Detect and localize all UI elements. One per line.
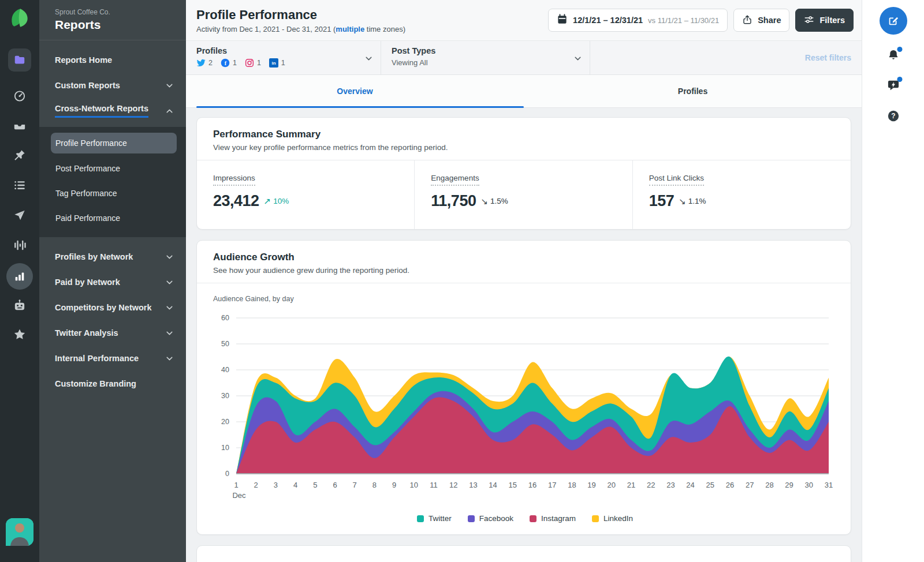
sidebar-item-label: Profiles by Network (55, 252, 133, 261)
sidebar-item-cross-network-reports[interactable]: Cross-Network Reports (39, 98, 186, 123)
svg-text:16: 16 (528, 481, 536, 489)
svg-text:23: 23 (666, 481, 675, 489)
metric-label[interactable]: Impressions (213, 174, 255, 186)
paper-plane-icon[interactable] (13, 209, 26, 222)
audience-growth-description: See how your audience grew during the re… (213, 266, 834, 275)
star-icon[interactable] (13, 328, 27, 341)
reports-sidebar: Sprout Coffee Co. Reports Reports HomeCu… (39, 0, 186, 562)
svg-text:10: 10 (221, 444, 229, 452)
share-button[interactable]: Share (733, 9, 789, 32)
help-icon[interactable]: ? (887, 110, 900, 125)
reset-filters-link[interactable]: Reset filters (590, 41, 862, 74)
sidebar-item-paid-by-network[interactable]: Paid by Network (39, 269, 186, 295)
date-range-value: 12/1/21 – 12/31/21 (573, 16, 643, 25)
svg-text:14: 14 (489, 481, 497, 489)
svg-text:22: 22 (647, 481, 655, 489)
gauge-icon[interactable] (13, 89, 27, 103)
svg-text:20: 20 (221, 418, 229, 426)
summary-metrics: Impressions23,412↗10%Engagements11,750↘1… (197, 160, 851, 229)
notification-dot (897, 47, 902, 52)
legend-swatch (468, 515, 475, 522)
twitter-icon (196, 58, 206, 68)
chevron-up-icon (165, 106, 174, 116)
sidebar-item-label: Competitors by Network (55, 303, 152, 312)
multiple-timezones-link[interactable]: multiple (336, 25, 364, 33)
sprout-leaf-logo[interactable] (9, 7, 31, 30)
inbox-tray-icon[interactable] (13, 119, 26, 132)
svg-text:24: 24 (686, 481, 694, 489)
svg-text:17: 17 (548, 481, 556, 489)
sidebar-item-paid-performance[interactable]: Paid Performance (39, 205, 186, 230)
svg-text:6: 6 (333, 481, 337, 489)
tab-profiles[interactable]: Profiles (524, 75, 862, 107)
pushpin-icon[interactable] (13, 149, 26, 162)
sidebar-item-profiles-by-network[interactable]: Profiles by Network (39, 244, 186, 269)
facebook-profile-count: f1 (221, 58, 237, 68)
date-compare-value: vs 11/1/21 – 11/30/21 (648, 16, 719, 25)
profiles-filter[interactable]: Profiles 2f11in1 (186, 41, 381, 74)
user-avatar[interactable] (6, 518, 33, 546)
folder-icon[interactable] (8, 48, 31, 72)
svg-text:50: 50 (221, 340, 229, 348)
sidebar-item-internal-performance[interactable]: Internal Performance (39, 346, 186, 371)
sidebar-item-post-performance[interactable]: Post Performance (39, 156, 186, 181)
post-types-filter[interactable]: Post Types Viewing All (381, 41, 590, 74)
legend-item-facebook[interactable]: Facebook (468, 514, 513, 523)
chart-legend: TwitterFacebookInstagramLinkedIn (213, 514, 837, 526)
chat-lightning-icon[interactable] (886, 78, 900, 94)
chevron-down-icon (165, 252, 174, 262)
sidebar-item-custom-reports[interactable]: Custom Reports (39, 73, 186, 98)
compose-icon[interactable] (880, 7, 907, 35)
sidebar-item-tag-performance[interactable]: Tag Performance (39, 181, 186, 205)
legend-item-instagram[interactable]: Instagram (530, 514, 576, 523)
svg-text:13: 13 (469, 481, 477, 489)
svg-text:18: 18 (568, 481, 576, 489)
svg-text:15: 15 (509, 481, 517, 489)
sidebar-item-customize-branding[interactable]: Customize Branding (39, 371, 186, 396)
filters-button[interactable]: Filters (795, 9, 854, 32)
sidebar-header: Sprout Coffee Co. Reports (39, 0, 186, 40)
linkedin-profile-count: in1 (269, 58, 285, 68)
metric-delta: ↘1.5% (480, 196, 508, 207)
list-icon[interactable] (13, 179, 26, 192)
legend-item-twitter[interactable]: Twitter (417, 514, 452, 523)
utility-rail: ? (862, 0, 924, 562)
bar-chart-icon[interactable] (6, 263, 33, 290)
metric-label[interactable]: Engagements (431, 174, 479, 186)
sidebar-item-competitors-by-network[interactable]: Competitors by Network (39, 295, 186, 320)
svg-text:Dec: Dec (232, 491, 246, 500)
chevron-down-icon (364, 54, 374, 66)
trend-down-icon: ↘ (679, 196, 686, 207)
tab-overview[interactable]: Overview (186, 75, 524, 107)
chat-dot (897, 77, 902, 82)
report-tabs: OverviewProfiles (186, 75, 862, 108)
sidebar-item-label: Custom Reports (55, 81, 120, 90)
svg-text:3: 3 (274, 481, 278, 489)
date-range-button[interactable]: 12/1/21 – 12/31/21 vs 11/1/21 – 11/30/21 (548, 9, 728, 32)
audience-growth-title: Audience Growth (213, 252, 834, 263)
sidebar-nav-sub: Profile PerformancePost PerformanceTag P… (39, 127, 186, 237)
sidebar-item-reports-home[interactable]: Reports Home (39, 47, 186, 73)
metric-impressions: Impressions23,412↗10% (197, 160, 415, 229)
page-title: Profile Performance (196, 8, 405, 23)
metric-value: 23,412 (213, 192, 259, 210)
svg-text:7: 7 (353, 481, 357, 489)
page-header: Profile Performance Activity from Dec 1,… (186, 0, 862, 40)
sidebar-item-profile-performance[interactable]: Profile Performance (51, 133, 177, 153)
metric-label[interactable]: Post Link Clicks (649, 174, 704, 186)
twitter-profile-count: 2 (196, 58, 213, 68)
sidebar-item-label: Reports Home (55, 55, 112, 65)
facebook-icon: f (221, 58, 230, 68)
company-name: Sprout Coffee Co. (55, 8, 186, 16)
svg-text:28: 28 (765, 481, 773, 489)
legend-item-linkedin[interactable]: LinkedIn (592, 514, 633, 523)
bell-icon[interactable] (886, 48, 900, 64)
svg-text:8: 8 (372, 481, 377, 489)
waveform-icon[interactable] (13, 239, 26, 252)
summary-description: View your key profile performance metric… (213, 143, 834, 152)
sidebar-item-label: Paid by Network (55, 278, 120, 287)
svg-text:9: 9 (392, 481, 396, 489)
sidebar-item-twitter-analysis[interactable]: Twitter Analysis (39, 320, 186, 346)
chevron-down-icon (573, 54, 583, 66)
robot-icon[interactable] (13, 299, 27, 312)
